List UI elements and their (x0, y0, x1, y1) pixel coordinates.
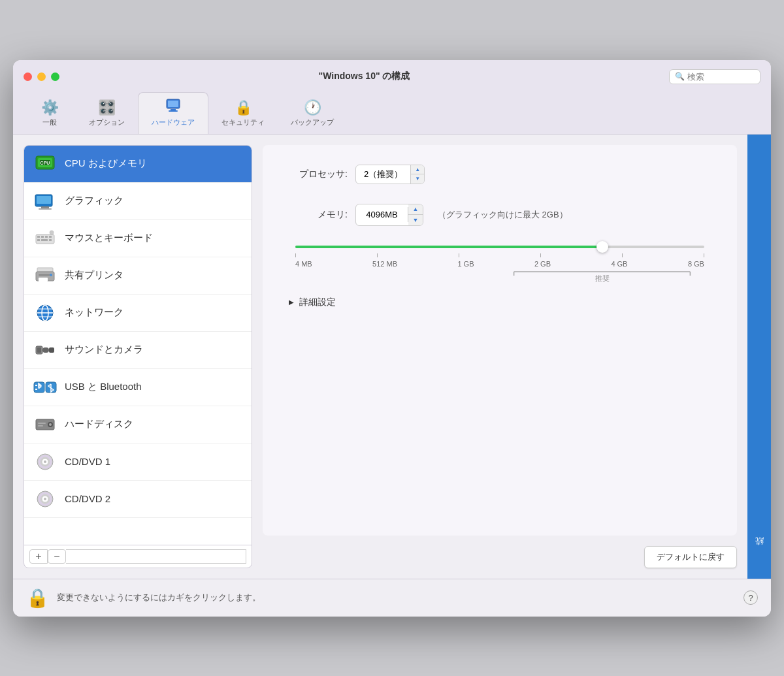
default-button[interactable]: デフォルトに戻す (644, 546, 737, 568)
remove-item-button[interactable]: − (48, 549, 66, 564)
slider-label-4mb: 4 MB (295, 260, 312, 268)
sidebar-item-graphics[interactable]: グラフィック (24, 183, 252, 220)
tab-general-label: 一般 (42, 118, 57, 127)
svg-point-46 (44, 460, 46, 463)
svg-rect-15 (45, 236, 48, 238)
memory-down[interactable]: ▼ (408, 215, 423, 225)
sound-icon (33, 338, 57, 362)
search-box[interactable]: 🔍 (669, 69, 760, 84)
slider-track[interactable] (295, 246, 704, 248)
bottom-bar: 🔒 変更できないようにするにはカギをクリックします。 ? (13, 579, 771, 617)
close-button[interactable] (24, 72, 32, 81)
sidebar-item-harddisk[interactable]: ハードディスク (24, 406, 252, 443)
sidebar-item-cpu[interactable]: CPU CPU およびメモリ (24, 146, 252, 183)
svg-rect-42 (38, 423, 46, 424)
harddisk-label: ハードディスク (65, 418, 133, 430)
slider-labels: 4 MB 512 MB 1 GB 2 GB 4 GB 8 GB (295, 260, 704, 268)
sidebar-item-sound[interactable]: サウンドとカメラ (24, 332, 252, 369)
svg-point-41 (49, 423, 52, 426)
main-layout: CPU CPU およびメモリ (13, 135, 771, 579)
svg-rect-16 (49, 236, 52, 238)
tab-hardware-label: ハードウェア (152, 118, 195, 127)
details-toggle[interactable]: ▶ 詳細設定 (289, 297, 711, 308)
memory-value: 4096MB (356, 207, 408, 222)
dvd2-label: CD/DVD 2 (65, 493, 110, 504)
svg-rect-1 (168, 101, 178, 107)
svg-text:CPU: CPU (41, 161, 50, 165)
harddisk-icon (33, 413, 57, 436)
processor-select[interactable]: 2（推奨） ▲ ▼ (355, 165, 425, 184)
usb-bluetooth-icon (33, 376, 57, 399)
security-icon: 🔒 (235, 101, 252, 115)
memory-slider-container: 4 MB 512 MB 1 GB 2 GB 4 GB 8 GB (289, 246, 711, 283)
tab-general[interactable]: ⚙️ 一般 (24, 95, 76, 134)
options-icon: 🎛️ (98, 101, 116, 115)
cpu-label: CPU およびメモリ (65, 157, 147, 170)
details-label: 詳細設定 (299, 297, 336, 308)
window-controls (24, 72, 59, 81)
slider-label-8gb: 8 GB (688, 260, 704, 268)
dvd1-label: CD/DVD 1 (65, 456, 110, 467)
right-panel: プロセッサ: 2（推奨） ▲ ▼ メモリ: 409 (263, 145, 737, 568)
usb-label: USB と Bluetooth (65, 381, 142, 393)
sidebar-item-keyboard[interactable]: マウスとキーボード (24, 220, 252, 257)
search-icon: 🔍 (675, 72, 685, 81)
lock-icon[interactable]: 🔒 (26, 587, 49, 609)
window-title: "Windows 10" の構成 (59, 71, 669, 82)
tab-security-label: セキュリティ (221, 118, 265, 127)
search-input[interactable] (687, 72, 753, 82)
bottom-text: 変更できないようにするにはカギをクリックします。 (57, 592, 736, 604)
dvd1-icon (33, 450, 57, 474)
minimize-button[interactable] (37, 72, 46, 81)
processor-label: プロセッサ: (289, 169, 348, 180)
slider-label-512mb: 512 MB (372, 260, 397, 268)
graphics-icon (33, 189, 57, 213)
processor-down[interactable]: ▼ (411, 174, 424, 184)
sidebar-item-usb[interactable]: USB と Bluetooth (24, 369, 252, 406)
svg-rect-21 (37, 268, 53, 272)
tab-backup[interactable]: 🕐 バックアップ (278, 95, 347, 134)
slider-label-1gb: 1 GB (457, 260, 474, 268)
dvd2-icon (33, 487, 57, 511)
svg-rect-11 (39, 208, 52, 210)
tab-hardware[interactable]: ハードウェア (138, 92, 208, 134)
printer-icon (33, 264, 57, 287)
memory-stepper[interactable]: 4096MB ▲ ▼ (355, 204, 423, 226)
backup-icon: 🕐 (304, 101, 321, 115)
sidebar-list: CPU CPU およびメモリ (24, 146, 252, 545)
svg-point-20 (50, 231, 54, 234)
svg-rect-2 (171, 109, 176, 110)
sidebar-item-dvd1[interactable]: CD/DVD 1 (24, 443, 252, 481)
help-button[interactable]: ? (743, 590, 758, 605)
title-bar: "Windows 10" の構成 🔍 ⚙️ 一般 🎛️ オプション (13, 60, 771, 135)
tab-security[interactable]: 🔒 セキュリティ (208, 95, 278, 134)
svg-rect-3 (169, 110, 178, 112)
processor-row: プロセッサ: 2（推奨） ▲ ▼ (289, 165, 711, 184)
memory-note: （グラフィック向けに最大 2GB） (438, 209, 568, 221)
sidebar-item-printer[interactable]: 共有プリンタ (24, 257, 252, 295)
item-name-field[interactable] (66, 549, 246, 564)
slider-thumb[interactable] (596, 241, 608, 253)
main-content: CPU CPU およびメモリ (13, 135, 747, 579)
svg-rect-18 (41, 239, 48, 241)
general-icon: ⚙️ (41, 101, 59, 115)
tab-options-label: オプション (89, 118, 125, 127)
slider-ticks (295, 253, 704, 257)
sidebar-item-dvd2[interactable]: CD/DVD 2 (24, 481, 252, 518)
svg-rect-10 (41, 206, 49, 208)
memory-up[interactable]: ▲ (408, 204, 423, 215)
cpu-icon: CPU (33, 152, 57, 176)
sidebar-item-network[interactable]: ネットワーク (24, 295, 252, 332)
slider-track-wrapper (295, 246, 704, 248)
slider-label-4gb: 4 GB (611, 260, 627, 268)
maximize-button[interactable] (51, 72, 59, 81)
svg-rect-37 (35, 389, 37, 390)
processor-up[interactable]: ▲ (411, 165, 424, 174)
svg-rect-14 (41, 236, 44, 238)
svg-rect-17 (37, 239, 40, 241)
add-item-button[interactable]: + (29, 549, 48, 564)
sound-label: サウンドとカメラ (65, 344, 143, 356)
tab-options[interactable]: 🎛️ オプション (76, 95, 138, 134)
tab-backup-label: バックアップ (291, 118, 334, 127)
app-window: "Windows 10" の構成 🔍 ⚙️ 一般 🎛️ オプション (13, 60, 771, 617)
